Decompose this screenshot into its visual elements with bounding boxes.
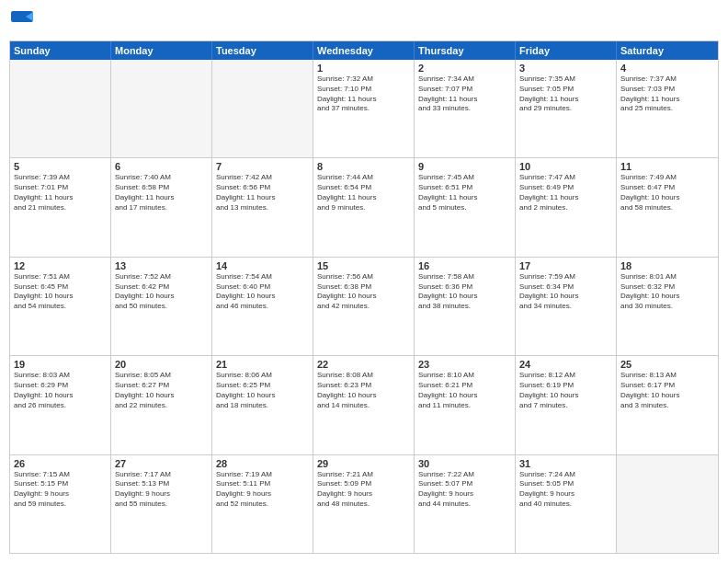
day-info: Sunrise: 7:59 AM Sunset: 6:34 PM Dayligh…	[519, 272, 612, 312]
weekday-header: Friday	[516, 41, 617, 60]
calendar-day-cell: 27Sunrise: 7:17 AM Sunset: 5:13 PM Dayli…	[111, 455, 212, 553]
calendar-day-cell: 2Sunrise: 7:34 AM Sunset: 7:07 PM Daylig…	[415, 60, 516, 157]
calendar-day-cell	[111, 60, 212, 157]
calendar-day-cell: 29Sunrise: 7:21 AM Sunset: 5:09 PM Dayli…	[313, 455, 415, 553]
calendar-day-cell: 20Sunrise: 8:05 AM Sunset: 6:27 PM Dayli…	[111, 356, 212, 454]
day-number: 10	[519, 161, 612, 172]
day-number: 5	[14, 161, 107, 172]
calendar-day-cell: 18Sunrise: 8:01 AM Sunset: 6:32 PM Dayli…	[617, 258, 718, 355]
day-number: 24	[519, 359, 612, 370]
page: SundayMondayTuesdayWednesdayThursdayFrid…	[0, 0, 728, 563]
day-info: Sunrise: 7:42 AM Sunset: 6:56 PM Dayligh…	[216, 173, 309, 213]
day-info: Sunrise: 8:08 AM Sunset: 6:23 PM Dayligh…	[317, 371, 410, 410]
calendar-day-cell: 21Sunrise: 8:06 AM Sunset: 6:25 PM Dayli…	[212, 356, 313, 454]
logo-icon	[9, 9, 35, 35]
calendar-week-row: 12Sunrise: 7:51 AM Sunset: 6:45 PM Dayli…	[10, 258, 718, 356]
day-info: Sunrise: 8:06 AM Sunset: 6:25 PM Dayligh…	[216, 371, 309, 410]
day-info: Sunrise: 7:34 AM Sunset: 7:07 PM Dayligh…	[418, 75, 511, 114]
calendar-day-cell	[617, 455, 718, 553]
day-info: Sunrise: 8:05 AM Sunset: 6:27 PM Dayligh…	[115, 371, 208, 410]
day-info: Sunrise: 7:54 AM Sunset: 6:40 PM Dayligh…	[216, 272, 309, 312]
day-info: Sunrise: 7:39 AM Sunset: 7:01 PM Dayligh…	[14, 173, 107, 213]
day-number: 26	[14, 458, 107, 469]
weekday-header: Saturday	[617, 41, 718, 60]
day-number: 1	[317, 63, 410, 74]
day-info: Sunrise: 7:32 AM Sunset: 7:10 PM Dayligh…	[317, 75, 410, 114]
day-info: Sunrise: 7:22 AM Sunset: 5:07 PM Dayligh…	[418, 470, 511, 510]
day-number: 27	[115, 458, 208, 469]
day-number: 25	[620, 359, 714, 370]
day-number: 12	[14, 260, 107, 271]
calendar-day-cell: 8Sunrise: 7:44 AM Sunset: 6:54 PM Daylig…	[313, 158, 415, 256]
day-info: Sunrise: 7:21 AM Sunset: 5:09 PM Dayligh…	[317, 470, 410, 510]
day-number: 6	[115, 161, 208, 172]
header	[9, 9, 719, 35]
calendar-day-cell: 23Sunrise: 8:10 AM Sunset: 6:21 PM Dayli…	[415, 356, 516, 454]
calendar-day-cell: 5Sunrise: 7:39 AM Sunset: 7:01 PM Daylig…	[10, 158, 111, 256]
day-info: Sunrise: 7:56 AM Sunset: 6:38 PM Dayligh…	[317, 272, 410, 312]
day-number: 16	[418, 260, 511, 271]
day-info: Sunrise: 7:35 AM Sunset: 7:05 PM Dayligh…	[519, 75, 612, 114]
calendar-day-cell: 31Sunrise: 7:24 AM Sunset: 5:05 PM Dayli…	[516, 455, 617, 553]
day-info: Sunrise: 7:58 AM Sunset: 6:36 PM Dayligh…	[418, 272, 511, 312]
day-info: Sunrise: 7:37 AM Sunset: 7:03 PM Dayligh…	[620, 75, 714, 114]
day-info: Sunrise: 7:49 AM Sunset: 6:47 PM Dayligh…	[620, 173, 714, 213]
day-number: 2	[418, 63, 511, 74]
weekday-header: Wednesday	[313, 41, 415, 60]
day-info: Sunrise: 8:10 AM Sunset: 6:21 PM Dayligh…	[418, 371, 511, 410]
calendar-day-cell: 11Sunrise: 7:49 AM Sunset: 6:47 PM Dayli…	[617, 158, 718, 256]
calendar-day-cell: 30Sunrise: 7:22 AM Sunset: 5:07 PM Dayli…	[415, 455, 516, 553]
calendar-day-cell: 10Sunrise: 7:47 AM Sunset: 6:49 PM Dayli…	[516, 158, 617, 256]
calendar-day-cell: 7Sunrise: 7:42 AM Sunset: 6:56 PM Daylig…	[212, 158, 313, 256]
calendar-day-cell: 12Sunrise: 7:51 AM Sunset: 6:45 PM Dayli…	[10, 258, 111, 355]
calendar-day-cell: 3Sunrise: 7:35 AM Sunset: 7:05 PM Daylig…	[516, 60, 617, 157]
day-number: 15	[317, 260, 410, 271]
calendar-day-cell: 14Sunrise: 7:54 AM Sunset: 6:40 PM Dayli…	[212, 258, 313, 355]
weekday-header: Thursday	[415, 41, 516, 60]
calendar-day-cell: 9Sunrise: 7:45 AM Sunset: 6:51 PM Daylig…	[415, 158, 516, 256]
calendar-week-row: 5Sunrise: 7:39 AM Sunset: 7:01 PM Daylig…	[10, 158, 718, 257]
calendar-day-cell: 15Sunrise: 7:56 AM Sunset: 6:38 PM Dayli…	[313, 258, 415, 355]
day-number: 13	[115, 260, 208, 271]
day-number: 21	[216, 359, 309, 370]
day-number: 3	[519, 63, 612, 74]
calendar-day-cell: 28Sunrise: 7:19 AM Sunset: 5:11 PM Dayli…	[212, 455, 313, 553]
logo	[9, 9, 39, 35]
day-info: Sunrise: 7:52 AM Sunset: 6:42 PM Dayligh…	[115, 272, 208, 312]
calendar-header: SundayMondayTuesdayWednesdayThursdayFrid…	[10, 41, 718, 60]
day-number: 30	[418, 458, 511, 469]
day-number: 22	[317, 359, 410, 370]
calendar-day-cell: 16Sunrise: 7:58 AM Sunset: 6:36 PM Dayli…	[415, 258, 516, 355]
calendar-day-cell: 22Sunrise: 8:08 AM Sunset: 6:23 PM Dayli…	[313, 356, 415, 454]
weekday-header: Monday	[111, 41, 212, 60]
calendar-week-row: 26Sunrise: 7:15 AM Sunset: 5:15 PM Dayli…	[10, 455, 718, 553]
day-number: 17	[519, 260, 612, 271]
day-info: Sunrise: 8:13 AM Sunset: 6:17 PM Dayligh…	[620, 371, 714, 410]
calendar-day-cell: 17Sunrise: 7:59 AM Sunset: 6:34 PM Dayli…	[516, 258, 617, 355]
calendar-body: 1Sunrise: 7:32 AM Sunset: 7:10 PM Daylig…	[10, 60, 718, 553]
weekday-header: Sunday	[10, 41, 111, 60]
day-info: Sunrise: 7:44 AM Sunset: 6:54 PM Dayligh…	[317, 173, 410, 213]
day-info: Sunrise: 7:17 AM Sunset: 5:13 PM Dayligh…	[115, 470, 208, 510]
day-number: 19	[14, 359, 107, 370]
day-number: 8	[317, 161, 410, 172]
calendar-day-cell: 19Sunrise: 8:03 AM Sunset: 6:29 PM Dayli…	[10, 356, 111, 454]
day-number: 28	[216, 458, 309, 469]
calendar-day-cell: 1Sunrise: 7:32 AM Sunset: 7:10 PM Daylig…	[313, 60, 415, 157]
day-info: Sunrise: 8:01 AM Sunset: 6:32 PM Dayligh…	[620, 272, 714, 312]
calendar-day-cell: 25Sunrise: 8:13 AM Sunset: 6:17 PM Dayli…	[617, 356, 718, 454]
calendar: SundayMondayTuesdayWednesdayThursdayFrid…	[9, 40, 719, 554]
calendar-day-cell: 6Sunrise: 7:40 AM Sunset: 6:58 PM Daylig…	[111, 158, 212, 256]
day-info: Sunrise: 7:47 AM Sunset: 6:49 PM Dayligh…	[519, 173, 612, 213]
day-info: Sunrise: 8:03 AM Sunset: 6:29 PM Dayligh…	[14, 371, 107, 410]
calendar-day-cell: 4Sunrise: 7:37 AM Sunset: 7:03 PM Daylig…	[617, 60, 718, 157]
day-number: 14	[216, 260, 309, 271]
day-info: Sunrise: 7:24 AM Sunset: 5:05 PM Dayligh…	[519, 470, 612, 510]
calendar-day-cell: 24Sunrise: 8:12 AM Sunset: 6:19 PM Dayli…	[516, 356, 617, 454]
day-info: Sunrise: 7:19 AM Sunset: 5:11 PM Dayligh…	[216, 470, 309, 510]
calendar-week-row: 1Sunrise: 7:32 AM Sunset: 7:10 PM Daylig…	[10, 60, 718, 158]
day-number: 4	[620, 63, 714, 74]
day-number: 18	[620, 260, 714, 271]
calendar-day-cell: 26Sunrise: 7:15 AM Sunset: 5:15 PM Dayli…	[10, 455, 111, 553]
calendar-week-row: 19Sunrise: 8:03 AM Sunset: 6:29 PM Dayli…	[10, 356, 718, 454]
